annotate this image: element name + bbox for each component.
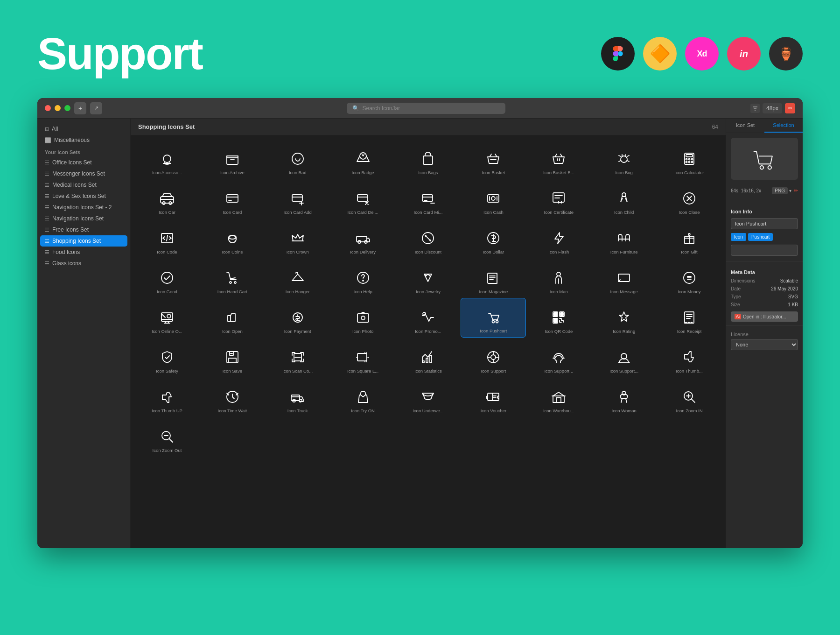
icon-cell-save[interactable]: Icon Save [200, 338, 265, 377]
icon-cell-card-del[interactable]: Icon Card Del... [330, 179, 396, 219]
icon-cell-accessory[interactable]: Icon Accesso... [134, 139, 200, 179]
icon-cell-square-l[interactable]: Icon Square L... [330, 338, 396, 377]
icon-name-field[interactable] [731, 218, 798, 229]
sidebar-item-messenger[interactable]: ☰ Messenger Icons Set [37, 168, 130, 179]
icon-cell-child[interactable]: Icon Child [591, 179, 657, 219]
icon-cell-car[interactable]: Icon Car [134, 179, 200, 219]
iconjar-icon[interactable]: 🏺 [769, 37, 803, 71]
settings-icon[interactable]: ✂ [785, 103, 795, 113]
close-button[interactable] [45, 105, 51, 111]
icon-cell-furniture[interactable]: Icon Furniture [591, 219, 657, 258]
tab-selection[interactable]: Selection [764, 119, 803, 133]
filter-icon[interactable] [750, 104, 760, 113]
icon-cell-scan[interactable]: Icon Scan Co... [265, 338, 330, 377]
icon-cell-man[interactable]: Icon Man [526, 258, 591, 298]
icon-cell-support3[interactable]: Icon Support... [591, 338, 657, 377]
icon-cell-gift[interactable]: Icon Gift [657, 219, 722, 258]
icon-cell-calculator[interactable]: Icon Calculator [657, 139, 722, 179]
icon-cell-delivery[interactable]: Icon Delivery [330, 219, 396, 258]
icon-cell-good[interactable]: Icon Good [134, 258, 200, 298]
icon-cell-try-on[interactable]: Icon Try ON [330, 377, 396, 417]
icon-cell-bug[interactable]: Icon Bug [591, 139, 657, 179]
icon-cell-help[interactable]: Icon Help [330, 258, 396, 298]
icon-cell-pushcart[interactable]: Icon Pushcart [461, 298, 526, 338]
icon-cell-card[interactable]: Icon Card [200, 179, 265, 219]
icon-cell-jewelry[interactable]: Icon Jewelry [396, 258, 461, 298]
icon-cell-certificate[interactable]: Icon Certificate [526, 179, 591, 219]
icon-cell-crown[interactable]: Icon Crown [265, 219, 330, 258]
icon-cell-basket-e[interactable]: Icon Basket E... [526, 139, 591, 179]
tag-icon[interactable]: Icon [731, 233, 746, 241]
fullscreen-button[interactable] [64, 105, 70, 111]
icon-cell-truck[interactable]: Icon Truck [265, 377, 330, 417]
icon-cell-flash[interactable]: Icon Flash [526, 219, 591, 258]
icon-cell-message[interactable]: Icon Message [591, 258, 657, 298]
icon-cell-bad[interactable]: Icon Bad [265, 139, 330, 179]
license-select[interactable]: None [731, 339, 798, 350]
sidebar-item-glass[interactable]: ☰ Glass icons [37, 258, 130, 269]
icon-cell-photo[interactable]: Icon Photo [330, 298, 396, 338]
invision-icon[interactable]: in [727, 37, 761, 71]
icon-cell-magazine[interactable]: Icon Magazine [461, 258, 526, 298]
icon-cell-thumb-up[interactable]: Icon Thumb UP [134, 377, 200, 417]
icon-cell-card-mi[interactable]: Icon Card Mi... [396, 179, 461, 219]
icon-cell-warehouse[interactable]: Icon Warehou... [526, 377, 591, 417]
icon-cell-support[interactable]: Icon Support [461, 338, 526, 377]
add-button[interactable]: + [74, 102, 86, 114]
icon-cell-close[interactable]: Icon Close [657, 179, 722, 219]
icon-cell-dollar[interactable]: Icon Dollar [461, 219, 526, 258]
tag-pushcart[interactable]: Pushcart [748, 233, 773, 241]
sidebar-item-love[interactable]: ☰ Love & Sex Icons Set [37, 190, 130, 202]
icon-cell-archive[interactable]: Icon Archive [200, 139, 265, 179]
figma-icon[interactable] [601, 37, 635, 71]
sidebar-item-nav2[interactable]: ☰ Navigation Icons Set - 2 [37, 202, 130, 213]
icon-cell-underwear[interactable]: Icon Underwe... [396, 377, 461, 417]
sidebar-item-shopping[interactable]: ☰ Shopping Icons Set [40, 235, 127, 247]
icon-cell-card-add[interactable]: Icon Card Add [265, 179, 330, 219]
icon-cell-bags[interactable]: Icon Bags [396, 139, 461, 179]
icon-cell-rating[interactable]: Icon Rating [591, 298, 657, 338]
open-in-button[interactable]: Ai Open in : Illustrator... [731, 311, 798, 322]
px-badge[interactable]: 48px [763, 103, 782, 113]
icon-cell-hanger[interactable]: Icon Hanger [265, 258, 330, 298]
icon-cell-woman[interactable]: Icon Woman [591, 377, 657, 417]
sidebar-item-miscellaneous[interactable]: ⬜ Miscellaneous [37, 134, 130, 146]
sidebar-item-all[interactable]: ⊞ All [37, 123, 130, 134]
xd-icon[interactable]: Xd [685, 37, 719, 71]
icon-cell-zoom-out[interactable]: Icon Zoom Out [134, 417, 200, 457]
icon-cell-discount[interactable]: Icon Discount [396, 219, 461, 258]
format-edit-icon[interactable]: ✏ [794, 188, 798, 194]
export-button[interactable]: ↗ [90, 102, 102, 114]
icon-cell-support2[interactable]: Icon Support... [526, 338, 591, 377]
description-field[interactable] [731, 245, 798, 256]
icon-cell-badge[interactable]: Icon Badge [330, 139, 396, 179]
icon-cell-qr[interactable]: Icon QR Code [526, 298, 591, 338]
icon-cell-time-wait[interactable]: Icon Time Wait [200, 377, 265, 417]
format-chevron[interactable]: ▾ [789, 188, 791, 193]
icon-cell-hand-cart[interactable]: Icon Hand Cart [200, 258, 265, 298]
icon-cell-basket[interactable]: Icon Basket [461, 139, 526, 179]
sketch-icon[interactable]: 🔶 [643, 37, 677, 71]
format-type[interactable]: PNG [772, 187, 788, 194]
tab-icon-set[interactable]: Icon Set [726, 119, 764, 133]
icon-cell-safety[interactable]: Icon Safety [134, 338, 200, 377]
icon-cell-cash[interactable]: Icon Cash [461, 179, 526, 219]
icon-cell-thumb-down[interactable]: Icon Thumb... [657, 338, 722, 377]
icon-cell-statistics[interactable]: Icon Statistics [396, 338, 461, 377]
sidebar-item-office[interactable]: ☰ Office Icons Set [37, 157, 130, 168]
icon-cell-money[interactable]: Icon Money [657, 258, 722, 298]
minimize-button[interactable] [55, 105, 61, 111]
icon-cell-payment[interactable]: Icon Payment [265, 298, 330, 338]
icon-cell-promo[interactable]: Icon Promo... [396, 298, 461, 338]
icon-cell-receipt[interactable]: Icon Receipt [657, 298, 722, 338]
icon-cell-coins[interactable]: Icon Coins [200, 219, 265, 258]
icon-cell-voucher[interactable]: Icon Voucher [461, 377, 526, 417]
icon-cell-code[interactable]: Icon Code [134, 219, 200, 258]
sidebar-item-food[interactable]: ☰ Food Icons [37, 247, 130, 258]
sidebar-item-medical[interactable]: ☰ Medical Icons Set [37, 179, 130, 190]
sidebar-item-free[interactable]: ☰ Free Icons Set [37, 224, 130, 235]
icon-cell-online[interactable]: Icon Online O... [134, 298, 200, 338]
icon-cell-zoom-in[interactable]: Icon Zoom IN [657, 377, 722, 417]
sidebar-item-nav[interactable]: ☰ Navigation Icons Set [37, 213, 130, 224]
icon-cell-open[interactable]: Icon Open [200, 298, 265, 338]
